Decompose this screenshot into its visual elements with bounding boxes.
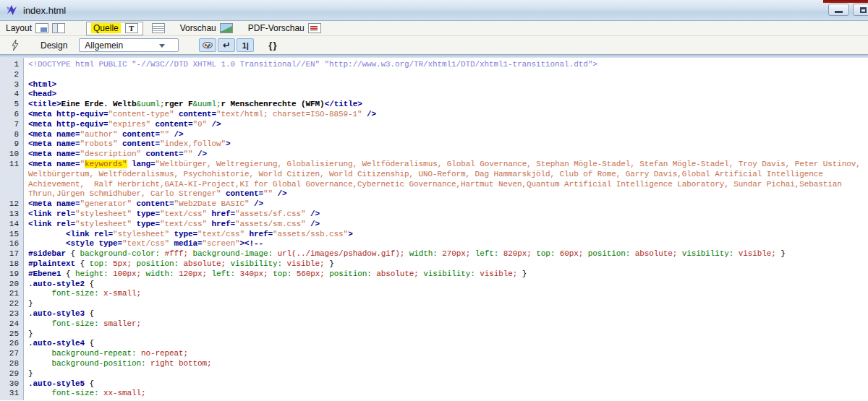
minimize-icon xyxy=(835,11,843,13)
editor-toggle-group: ↵ 1| xyxy=(199,38,255,52)
preview-icon xyxy=(220,23,233,33)
design-style-select[interactable]: Allgemein xyxy=(79,38,179,52)
code-text: Achievement, Ralf Herbricht,GAIA-KI-Proj… xyxy=(24,180,868,190)
code-line[interactable]: 26.auto-style4 { xyxy=(0,339,868,349)
tab-quelle[interactable]: Quelle T xyxy=(86,22,143,35)
chevron-down-icon xyxy=(159,44,165,48)
code-text: #Ebene1 { height: 100px; width: 120px; l… xyxy=(24,270,868,280)
line-number: 4 xyxy=(0,90,24,100)
code-line[interactable]: 12<meta name="generator" content="Web2Da… xyxy=(0,199,868,210)
code-line[interactable]: 28 background-position: right bottom; xyxy=(0,359,868,369)
line-number: 12 xyxy=(0,199,24,210)
code-line[interactable]: 6<meta http-equiv="content-type" content… xyxy=(0,110,868,120)
code-text: <meta name="generator" content="Web2Date… xyxy=(24,199,868,210)
tab-vorschau-label: Vorschau xyxy=(180,23,216,33)
view-tabbar: Layout Quelle T Vorschau PDF-Vorschau xyxy=(0,21,868,36)
line-number: 1 xyxy=(0,60,24,70)
word-wrap-icon: ↵ xyxy=(223,40,231,50)
tab-pdf-vorschau[interactable]: PDF-Vorschau xyxy=(248,23,325,33)
code-line[interactable]: 17#sidebar { background-color: #fff; bac… xyxy=(0,249,868,259)
code-line[interactable]: 13<link rel="stylesheet" type="text/css"… xyxy=(0,210,868,220)
line-number xyxy=(0,170,24,180)
code-text: background-position: right bottom; xyxy=(24,359,868,369)
code-text: <link rel="stylesheet" type="text/css" h… xyxy=(24,210,868,220)
code-line[interactable]: 24 font-size: smaller; xyxy=(0,319,868,329)
code-line[interactable]: 4<head> xyxy=(0,90,868,100)
code-text: <style type="text/css" media="screen"><!… xyxy=(24,239,868,249)
line-number: 5 xyxy=(0,100,24,110)
window-title: index.html xyxy=(23,5,66,16)
maximize-icon xyxy=(860,7,867,13)
code-text: font-size: smaller; xyxy=(24,319,868,329)
code-line[interactable]: 18#plaintext { top: 5px; position: absol… xyxy=(0,259,868,270)
tab-vorschau[interactable]: Vorschau xyxy=(180,23,237,33)
layout-view-icon[interactable] xyxy=(35,23,48,33)
code-line[interactable]: 16 <style type="text/css" media="screen"… xyxy=(0,239,868,249)
code-line[interactable]: 25} xyxy=(0,329,868,340)
line-numbers-button[interactable]: 1| xyxy=(237,38,254,52)
code-line[interactable]: 10<meta name="description" content="" /> xyxy=(0,150,868,160)
code-line[interactable]: Weltbürgertum, Weltföderalismus, Psychoh… xyxy=(0,170,868,180)
line-number: 22 xyxy=(0,299,24,309)
tab-layout-label[interactable]: Layout xyxy=(6,23,32,33)
code-line[interactable]: Achievement, Ralf Herbricht,GAIA-KI-Proj… xyxy=(0,180,868,190)
code-line[interactable]: 19#Ebene1 { height: 100px; width: 120px;… xyxy=(0,270,868,280)
code-line[interactable]: 29} xyxy=(0,369,868,379)
lightning-icon[interactable] xyxy=(10,39,20,51)
line-number: 20 xyxy=(0,280,24,290)
code-text: .auto-style4 { xyxy=(24,339,868,349)
line-number xyxy=(0,180,24,190)
code-line[interactable]: 15 <link rel="stylesheet" type="text/css… xyxy=(0,230,868,240)
format-braces-button[interactable]: {} xyxy=(268,40,277,51)
code-line[interactable]: 27 background-repeat: no-repeat; xyxy=(0,349,868,359)
code-line[interactable]: 7<meta http-equiv="expires" content="0" … xyxy=(0,120,868,130)
script-view-icon[interactable] xyxy=(152,23,165,33)
code-text: Weltbürgertum, Weltföderalismus, Psychoh… xyxy=(24,170,868,180)
line-number: 17 xyxy=(0,249,24,259)
code-text: <!DOCTYPE html PUBLIC "-//W3C//DTD XHTML… xyxy=(24,60,868,70)
code-text: <head> xyxy=(24,90,868,100)
word-wrap-button[interactable]: ↵ xyxy=(218,38,235,52)
code-line[interactable]: 1<!DOCTYPE html PUBLIC "-//W3C//DTD XHTM… xyxy=(0,60,868,70)
line-number: 7 xyxy=(0,120,24,130)
code-text: <meta http-equiv="content-type" content=… xyxy=(24,110,868,120)
code-line[interactable]: 23.auto-style3 { xyxy=(0,309,868,319)
code-line[interactable]: 30.auto-style5 { xyxy=(0,379,868,389)
minimize-button[interactable] xyxy=(828,4,849,16)
line-number: 18 xyxy=(0,259,24,270)
frames-view-icon[interactable] xyxy=(52,23,65,33)
line-number: 23 xyxy=(0,309,24,319)
code-line[interactable]: Thrun,Jürgen Schmidhuber, Carlo Strenger… xyxy=(0,189,868,199)
line-number: 6 xyxy=(0,110,24,120)
code-text: font-size: x-small; xyxy=(24,289,868,299)
code-line[interactable]: 8<meta name="author" content="" /> xyxy=(0,130,868,140)
code-line[interactable]: 31 font-size: xx-small; xyxy=(0,389,868,399)
code-text: <html> xyxy=(24,80,868,90)
code-line[interactable]: 9<meta name="robots" content="index,foll… xyxy=(0,139,868,150)
titlebar: index.html xyxy=(0,0,868,21)
code-line[interactable]: 2 xyxy=(0,70,868,80)
code-text: <title>Eine Erde. Weltb&uuml;rger F&uuml… xyxy=(24,100,868,110)
syntax-color-button[interactable] xyxy=(199,38,216,52)
code-text: #plaintext { top: 5px; position: absolut… xyxy=(24,259,868,270)
line-number: 21 xyxy=(0,289,24,299)
code-line[interactable]: 22} xyxy=(0,299,868,309)
code-line[interactable]: 3<html> xyxy=(0,80,868,90)
code-line[interactable]: 20.auto-style2 { xyxy=(0,280,868,290)
code-line[interactable]: 11<meta name="keywords" lang="Weltbürger… xyxy=(0,160,868,170)
code-line[interactable]: 14<link rel="stylesheet" type="text/css"… xyxy=(0,220,868,230)
code-text: } xyxy=(24,329,868,340)
code-editor[interactable]: 1<!DOCTYPE html PUBLIC "-//W3C//DTD XHTM… xyxy=(0,58,868,400)
code-text: <meta name="description" content="" /> xyxy=(24,150,868,160)
line-numbers-icon: 1| xyxy=(242,41,249,50)
line-number: 9 xyxy=(0,139,24,150)
close-button-partial[interactable] xyxy=(823,0,868,3)
code-text: Thrun,Jürgen Schmidhuber, Carlo Strenger… xyxy=(24,189,868,199)
code-text: <link rel="stylesheet" type="text/css" h… xyxy=(24,230,868,240)
code-text: <meta name="keywords" lang="Weltbürger, … xyxy=(24,160,868,170)
code-line[interactable]: 21 font-size: x-small; xyxy=(0,289,868,299)
code-text: background-repeat: no-repeat; xyxy=(24,349,868,359)
maximize-button[interactable] xyxy=(853,4,868,16)
code-line[interactable]: 5<title>Eine Erde. Weltb&uuml;rger F&uum… xyxy=(0,100,868,110)
line-number: 11 xyxy=(0,160,24,170)
